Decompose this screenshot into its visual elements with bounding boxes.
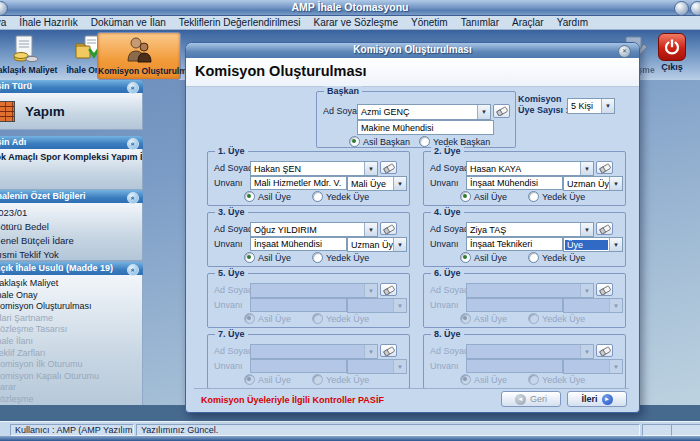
chevron-down-icon[interactable]: ▼	[364, 162, 377, 175]
collapse-chevron-icon[interactable]: »	[127, 138, 139, 150]
chevron-down-icon[interactable]: ▼	[364, 345, 377, 358]
menu-item[interactable]: Yönetim	[411, 17, 448, 28]
procedure-nav-item[interactable]: İdari Şartname	[0, 313, 142, 325]
chevron-down-icon[interactable]: ▼	[609, 360, 622, 373]
member-title-input[interactable]: İnşaat Mühendisi	[466, 176, 563, 190]
menu-item[interactable]: Karar ve Sözleşme	[313, 17, 397, 28]
chevron-down-icon[interactable]: ▼	[477, 105, 490, 119]
committee-size-select[interactable]: 5 Kişi ▼	[567, 98, 615, 114]
procedure-nav-item[interactable]: Komisyon İlk Oturumu	[0, 359, 142, 371]
eraser-button[interactable]	[380, 222, 397, 235]
chairman-name-select[interactable]: Azmi GENÇ ▼	[357, 104, 491, 120]
member-name-select[interactable]: ▼	[466, 344, 594, 359]
eraser-button[interactable]	[380, 344, 397, 357]
back-button[interactable]: ◄ Geri	[501, 391, 561, 407]
collapse-chevron-icon[interactable]: »	[127, 82, 139, 94]
chevron-down-icon[interactable]: ▼	[580, 223, 593, 236]
member-name-select[interactable]: Hasan KAYA▼	[466, 161, 594, 176]
asil-uye-radio[interactable]: Asil Üye	[460, 191, 507, 202]
procedure-nav-item[interactable]: Sözleşme	[0, 394, 142, 406]
chevron-down-icon[interactable]: ▼	[364, 223, 377, 236]
chevron-down-icon[interactable]: ▼	[393, 238, 406, 251]
menu-item[interactable]: Dosya	[0, 17, 6, 28]
chairman-title-input[interactable]: Makine Mühendisi	[357, 120, 494, 135]
yedek-uye-radio[interactable]: Yedek Üye	[528, 191, 585, 202]
member-title-input[interactable]	[466, 298, 563, 312]
exit-button[interactable]: Çıkış	[650, 33, 694, 72]
yedek-uye-radio[interactable]: Yedek Üye	[528, 252, 585, 263]
asil-uye-radio[interactable]: Asil Üye	[460, 252, 507, 263]
member-role-select[interactable]: Mali Üye▼	[347, 176, 407, 191]
member-name-select[interactable]: Oğuz YILDIRIM▼	[250, 222, 378, 237]
procedure-nav-item[interactable]: Komisyon Kapalı Oturumu	[0, 371, 142, 383]
member-name-select[interactable]: ▼	[466, 283, 594, 298]
menu-item[interactable]: Yardım	[557, 17, 589, 28]
chevron-down-icon[interactable]: ▼	[609, 299, 622, 312]
member-role-select[interactable]: ▼	[347, 298, 407, 313]
chevron-down-icon[interactable]: ▼	[393, 299, 406, 312]
chevron-down-icon[interactable]: ▼	[393, 360, 406, 373]
member-name-select[interactable]: ▼	[250, 283, 378, 298]
yedek-uye-radio[interactable]: Yedek Üye	[312, 191, 369, 202]
asil-uye-radio[interactable]: Asil Üye	[244, 374, 291, 385]
chevron-down-icon[interactable]: ▼	[364, 284, 377, 297]
collapse-chevron-icon[interactable]: »	[127, 264, 139, 276]
procedure-nav-item[interactable]: Komisyon Oluşturulması	[0, 301, 142, 313]
maximize-button[interactable]	[690, 1, 700, 16]
member-name-select[interactable]: ▼	[250, 344, 378, 359]
asil-uye-radio[interactable]: Asil Üye	[244, 191, 291, 202]
yedek-uye-radio[interactable]: Yedek Üye	[528, 374, 585, 385]
member-role-select[interactable]: ▼	[347, 359, 407, 374]
menu-item[interactable]: İhale Hazırlık	[19, 17, 77, 28]
yedek-uye-radio[interactable]: Yedek Üye	[312, 374, 369, 385]
eraser-button[interactable]	[596, 283, 613, 296]
toolbar-item-yaklasik-maliyet[interactable]: Yaklaşık Maliyet	[0, 32, 64, 78]
menu-item[interactable]: Tanımlar	[461, 17, 499, 28]
procedure-nav-item[interactable]: Karar	[0, 382, 142, 394]
member-title-input[interactable]	[250, 298, 347, 312]
asil-uye-radio[interactable]: Asil Üye	[244, 252, 291, 263]
menu-item[interactable]: Araçlar	[512, 17, 544, 28]
yedek-uye-radio[interactable]: Yedek Üye	[312, 252, 369, 263]
member-role-select[interactable]: ▼	[563, 359, 623, 374]
eraser-button[interactable]	[380, 161, 397, 174]
member-title-input[interactable]: İnşaat Mühendisi	[250, 237, 347, 251]
eraser-button[interactable]	[596, 222, 613, 235]
member-title-input[interactable]: İnşaat Teknikeri	[466, 237, 563, 251]
asil-baskan-radio[interactable]: Asil Başkan	[349, 136, 410, 147]
chevron-down-icon[interactable]: ▼	[609, 238, 622, 251]
menu-item[interactable]: Tekliflerin Değerlendirilmesi	[179, 17, 301, 28]
member-role-select[interactable]: Uzman Üye▼	[563, 176, 623, 191]
member-title-input[interactable]	[466, 359, 563, 373]
member-name-select[interactable]: Ziya TAŞ▼	[466, 222, 594, 237]
procedure-nav-item[interactable]: İhale İlanı	[0, 336, 142, 348]
chevron-down-icon[interactable]: ▼	[580, 345, 593, 358]
member-title-input[interactable]	[250, 359, 347, 373]
yedek-uye-radio[interactable]: Yedek Üye	[312, 313, 369, 324]
eraser-button[interactable]	[596, 161, 613, 174]
chevron-down-icon[interactable]: ▼	[609, 177, 622, 190]
asil-uye-radio[interactable]: Asil Üye	[244, 313, 291, 324]
yedek-uye-radio[interactable]: Yedek Üye	[528, 313, 585, 324]
procedure-nav-item[interactable]: Sözleşme Tasarısı	[0, 324, 142, 336]
eraser-button[interactable]	[380, 283, 397, 296]
chevron-down-icon[interactable]: ▼	[580, 162, 593, 175]
member-title-input[interactable]: Mali Hizmetler Mdr. V.	[250, 176, 347, 190]
procedure-nav-item[interactable]: Teklif Zarfları	[0, 348, 142, 360]
eraser-button[interactable]	[596, 344, 613, 357]
member-role-select[interactable]: Üye▼	[563, 237, 623, 252]
asil-uye-radio[interactable]: Asil Üye	[460, 374, 507, 385]
chevron-down-icon[interactable]: ▼	[393, 177, 406, 190]
procedure-nav-item[interactable]: Yaklaşık Maliyet	[0, 278, 142, 290]
menu-item[interactable]: Doküman ve İlan	[91, 17, 166, 28]
toolbar-item-komisyon-olusturulmasi[interactable]: Komisyon Oluşturulması	[97, 32, 181, 80]
eraser-button[interactable]	[493, 104, 510, 118]
close-icon[interactable]: ✕	[618, 45, 631, 58]
collapse-chevron-icon[interactable]: »	[127, 192, 139, 204]
member-role-select[interactable]: ▼	[563, 298, 623, 313]
next-button[interactable]: İleri ►	[567, 391, 627, 407]
asil-uye-radio[interactable]: Asil Üye	[460, 313, 507, 324]
procedure-nav-item[interactable]: İhale Onay	[0, 290, 142, 302]
minimize-button[interactable]	[674, 1, 689, 16]
member-name-select[interactable]: Hakan ŞEN▼	[250, 161, 378, 176]
